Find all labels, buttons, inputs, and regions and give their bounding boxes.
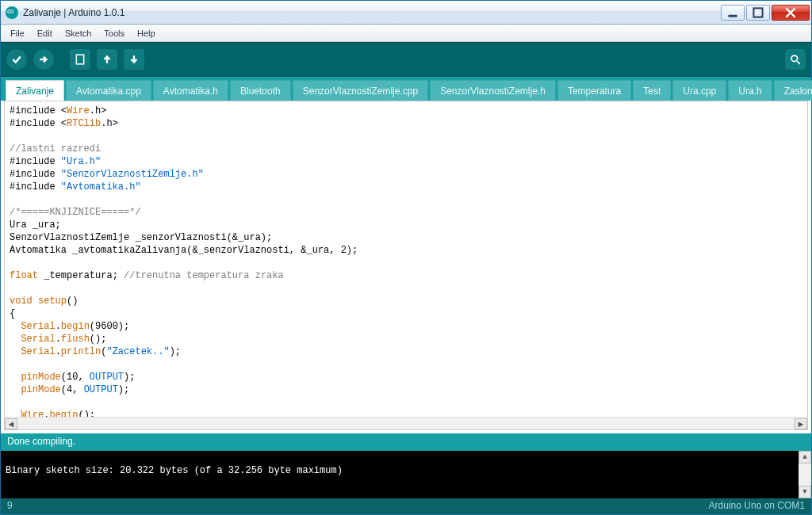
- code: OUTPUT: [90, 372, 124, 383]
- tab-senzor-h[interactable]: SenzorVlaznostiZemlje.h: [430, 80, 556, 101]
- code: .h>: [101, 118, 118, 129]
- tab-avtomatika-h[interactable]: Avtomatika.h: [153, 80, 228, 101]
- code: Ura _ura;: [10, 219, 61, 231]
- arrow-down-icon: [128, 54, 140, 65]
- menu-tools[interactable]: Tools: [98, 26, 131, 40]
- tab-avtomatika-cpp[interactable]: Avtomatika.cpp: [66, 80, 151, 101]
- svg-rect-2: [76, 55, 83, 64]
- code: (10,: [61, 372, 90, 383]
- scroll-right-icon[interactable]: ►: [795, 418, 807, 429]
- menu-file[interactable]: File: [4, 26, 31, 40]
- code: (9600);: [90, 321, 129, 332]
- arrow-right-icon: [38, 54, 49, 65]
- code: Wire: [21, 410, 44, 417]
- maximize-button[interactable]: [746, 5, 770, 21]
- code: _temperatura;: [38, 270, 124, 281]
- scroll-up-icon[interactable]: ▲: [799, 451, 811, 464]
- svg-rect-1: [753, 8, 762, 17]
- titlebar[interactable]: Zalivanje | Arduino 1.0.1: [1, 1, 811, 25]
- code: ();: [90, 334, 107, 345]
- code: float: [10, 270, 38, 281]
- code: #include: [10, 169, 61, 180]
- code: ();: [78, 410, 95, 417]
- code: SenzorVlaznostiZemlje _senzorVlaznosti(&…: [10, 232, 272, 243]
- code: #include <: [10, 105, 67, 116]
- code: flush: [61, 334, 90, 345]
- code: .h>: [90, 105, 107, 116]
- code: //lastni razredi: [10, 143, 101, 154]
- tab-zalivanje[interactable]: Zalivanje: [6, 80, 64, 101]
- toolbar: [1, 42, 811, 77]
- minimize-icon: [727, 7, 738, 18]
- maximize-icon: [753, 7, 764, 18]
- code: RTClib: [67, 118, 101, 129]
- code: #include: [10, 156, 61, 167]
- code: "Avtomatika.h": [61, 181, 141, 193]
- menu-help[interactable]: Help: [131, 26, 162, 40]
- tab-ura-cpp[interactable]: Ura.cpp: [672, 80, 726, 101]
- close-button[interactable]: [772, 5, 810, 21]
- code: void: [10, 296, 33, 307]
- arrow-up-icon: [102, 54, 113, 65]
- code: /*=====KNJIZNICE=====*/: [10, 207, 141, 218]
- code: //trenutna temperatura zraka: [124, 270, 284, 281]
- code: "Zacetek..": [106, 346, 169, 357]
- code: Serial: [21, 334, 55, 345]
- tabbar: Zalivanje Avtomatika.cpp Avtomatika.h Bl…: [1, 77, 811, 101]
- console-vscrollbar[interactable]: ▲ ▼: [799, 451, 811, 498]
- code: "SenzorVlaznostiZemlje.h": [61, 169, 204, 180]
- window-controls: [721, 5, 810, 21]
- code: );: [170, 346, 181, 357]
- code: .: [56, 334, 61, 345]
- menu-sketch[interactable]: Sketch: [59, 26, 98, 40]
- scroll-left-icon[interactable]: ◄: [5, 418, 17, 429]
- code: {: [10, 308, 15, 319]
- tab-test[interactable]: Test: [633, 80, 671, 101]
- code: #include: [10, 181, 61, 193]
- file-icon: [75, 54, 86, 65]
- console-output[interactable]: Binary sketch size: 20.322 bytes (of a 3…: [1, 451, 811, 498]
- code: Serial: [21, 321, 55, 332]
- code: .: [56, 346, 61, 357]
- menu-edit[interactable]: Edit: [31, 26, 59, 40]
- footer-bar: 9 Arduino Uno on COM1: [1, 498, 811, 514]
- upload-button[interactable]: [33, 48, 55, 71]
- code: OUTPUT: [84, 384, 118, 395]
- verify-button[interactable]: [6, 48, 28, 71]
- line-number: 9: [7, 500, 13, 513]
- code: pinMode: [21, 372, 60, 383]
- editor-area: #include <Wire.h> #include <RTClib.h> //…: [4, 101, 808, 430]
- code: (4,: [61, 384, 84, 395]
- check-icon: [11, 54, 22, 65]
- code: "Ura.h": [61, 156, 101, 167]
- tab-bluetooth[interactable]: Bluetooth: [230, 80, 291, 101]
- scroll-down-icon[interactable]: ▼: [799, 486, 811, 498]
- code: Serial: [21, 346, 55, 357]
- tab-temperatura[interactable]: Temperatura: [557, 80, 631, 101]
- code: begin: [61, 321, 90, 332]
- code: pinMode: [21, 384, 60, 395]
- editor-hscrollbar[interactable]: ◄ ►: [5, 417, 807, 429]
- code: begin: [49, 410, 78, 417]
- open-button[interactable]: [96, 48, 118, 71]
- magnifier-icon: [790, 54, 801, 65]
- status-message: Done compiling.: [1, 433, 811, 451]
- tab-zaslon[interactable]: Zaslon: [774, 80, 812, 101]
- menubar: File Edit Sketch Tools Help: [1, 25, 811, 42]
- code: Wire: [67, 105, 90, 116]
- app-window: Zalivanje | Arduino 1.0.1 File Edit Sket…: [0, 0, 812, 515]
- app-icon: [6, 6, 18, 19]
- tab-ura-h[interactable]: Ura.h: [728, 80, 772, 101]
- code: );: [124, 372, 135, 383]
- code: Avtomatika _avtomatikaZalivanja(&_senzor…: [10, 245, 358, 256]
- code: );: [118, 384, 129, 395]
- minimize-button[interactable]: [721, 5, 745, 21]
- code: #include <: [10, 118, 67, 129]
- code: setup: [38, 296, 67, 307]
- new-button[interactable]: [69, 48, 91, 71]
- code-editor[interactable]: #include <Wire.h> #include <RTClib.h> //…: [5, 101, 807, 417]
- tab-senzor-cpp[interactable]: SenzorVlaznostiZemlje.cpp: [293, 80, 428, 101]
- serial-monitor-button[interactable]: [784, 48, 806, 71]
- scroll-track[interactable]: [799, 464, 811, 486]
- save-button[interactable]: [123, 48, 145, 71]
